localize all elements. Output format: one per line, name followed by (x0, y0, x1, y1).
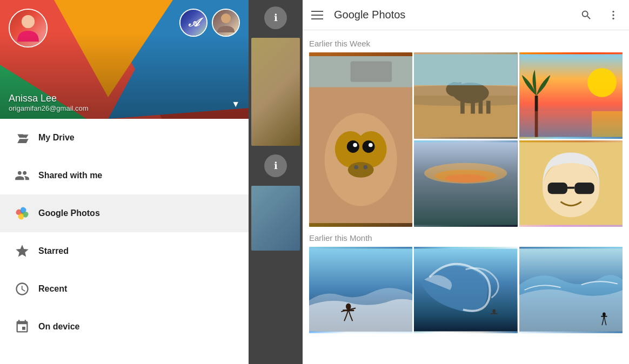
info-button-bottom[interactable]: ℹ (264, 154, 287, 177)
user-name: Anissa Lee (9, 93, 240, 104)
svg-point-22 (348, 162, 374, 178)
star-icon (10, 239, 34, 263)
svg-rect-43 (592, 111, 623, 137)
svg-point-12 (612, 14, 614, 16)
nav-label-on-device: On device (38, 322, 79, 332)
nav-item-starred[interactable]: Starred (0, 232, 249, 270)
info-button-top[interactable]: ℹ (264, 6, 287, 29)
photo-giraffe[interactable] (309, 52, 412, 227)
avatar-a-letter: 𝒜 (180, 10, 206, 36)
middle-overlay: ℹ ℹ (249, 0, 303, 364)
svg-point-40 (587, 68, 617, 97)
svg-point-19 (363, 140, 375, 153)
svg-point-13 (612, 17, 614, 19)
svg-point-9 (221, 14, 231, 23)
svg-rect-33 (479, 101, 483, 114)
svg-rect-50 (547, 183, 567, 194)
photo-seascape[interactable] (414, 140, 517, 227)
section-title-month: Earlier this Month (309, 233, 623, 242)
photos-title: Google Photos (334, 9, 568, 21)
hamburger-button[interactable] (309, 9, 325, 22)
nav-item-recent[interactable]: Recent (0, 270, 249, 308)
nav-label-my-drive: My Drive (38, 133, 75, 143)
drive-icon (10, 126, 34, 150)
svg-point-24 (363, 165, 367, 170)
svg-rect-32 (471, 101, 476, 114)
svg-point-21 (369, 143, 373, 147)
svg-point-55 (346, 304, 351, 309)
hamburger-line-1 (311, 11, 323, 12)
section-title-week: Earlier this Week (309, 39, 623, 48)
drive-drawer: 𝒜 Anissa Lee origamifan26@gmail.com ▼ (0, 0, 249, 364)
svg-rect-31 (460, 101, 465, 114)
middle-photo-area: ℹ ℹ (249, 0, 303, 364)
svg-point-63 (603, 313, 606, 316)
svg-point-11 (612, 10, 614, 12)
clock-icon (10, 277, 34, 301)
photo-wave2[interactable] (414, 247, 517, 333)
nav-item-my-drive[interactable]: My Drive (0, 119, 249, 157)
svg-rect-59 (491, 313, 498, 314)
svg-point-23 (354, 165, 358, 170)
header-user-info: Anissa Lee origamifan26@gmail.com ▼ (0, 32, 249, 119)
avatar-person2-image (213, 10, 239, 36)
photo-sunset[interactable] (519, 52, 623, 139)
photos-panel: Google Photos Earlier this Week (303, 0, 629, 364)
pinwheel-icon (10, 201, 34, 225)
svg-point-18 (347, 140, 359, 153)
photo-selfie[interactable] (519, 140, 623, 227)
nav-label-google-photos: Google Photos (38, 208, 100, 218)
nav-item-google-photos[interactable]: Google Photos (0, 194, 249, 232)
hamburger-line-3 (311, 18, 323, 19)
middle-strip: ℹ ℹ (249, 0, 303, 364)
photo-grid-week (309, 52, 623, 227)
user-email: origamifan26@gmail.com (9, 104, 240, 112)
photos-content: Earlier this Week (303, 30, 629, 364)
svg-point-20 (353, 143, 357, 147)
nav-item-shared-with-me[interactable]: Shared with me (0, 157, 249, 194)
photo-grid-month (309, 247, 623, 333)
svg-point-47 (445, 174, 487, 183)
nav-item-on-device[interactable]: On device (0, 308, 249, 346)
account-dropdown-arrow[interactable]: ▼ (231, 99, 240, 109)
svg-point-60 (493, 309, 496, 313)
hamburger-line-2 (311, 15, 323, 16)
nav-label-shared: Shared with me (38, 171, 102, 180)
svg-rect-51 (574, 183, 594, 194)
pin-icon (10, 315, 34, 339)
nav-list: My Drive Shared with me Go (0, 119, 249, 364)
photo-desert[interactable] (414, 52, 517, 139)
photo-wave1[interactable] (309, 247, 412, 333)
people-icon (10, 164, 34, 187)
drawer-header: 𝒜 Anissa Lee origamifan26@gmail.com ▼ (0, 0, 249, 119)
svg-rect-52 (567, 187, 574, 189)
svg-rect-38 (414, 54, 517, 85)
svg-point-8 (22, 15, 35, 28)
nav-label-starred: Starred (38, 246, 69, 256)
search-button[interactable] (577, 6, 595, 24)
svg-rect-26 (351, 62, 392, 82)
svg-rect-34 (486, 101, 491, 114)
photo-wave3[interactable] (519, 247, 623, 333)
nav-label-recent: Recent (38, 284, 67, 294)
photos-header: Google Photos (303, 0, 629, 30)
more-options-button[interactable] (604, 6, 623, 24)
